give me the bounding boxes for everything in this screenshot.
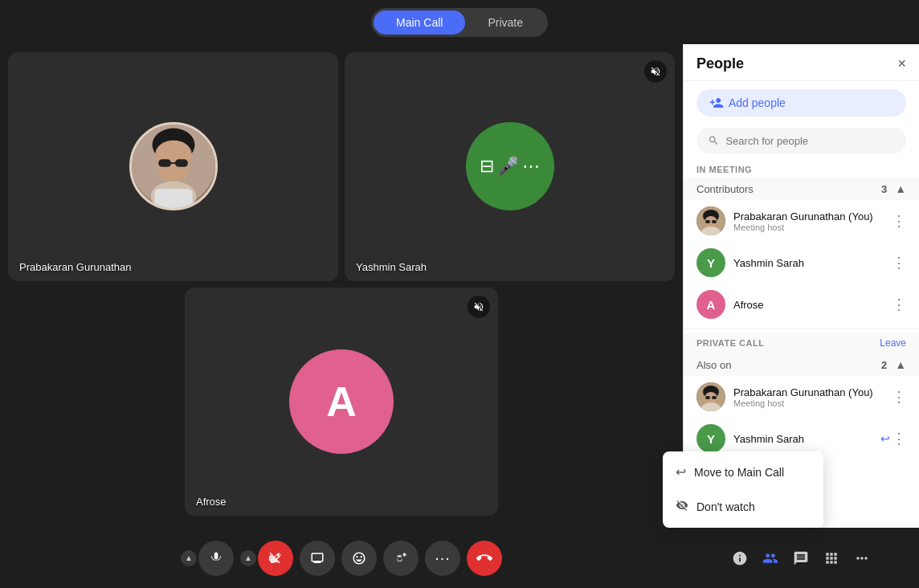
emoji-button[interactable] <box>341 541 377 576</box>
svg-rect-4 <box>158 160 171 167</box>
tab-private[interactable]: Private <box>465 10 545 35</box>
in-meeting-label: IN MEETING <box>684 160 919 178</box>
yashmin-mute-icon <box>644 60 667 83</box>
info-icon-btn[interactable] <box>732 550 748 566</box>
also-on-count: 2 <box>881 359 887 371</box>
yashmin-avatar: ⊟ 🎤 ⋯ <box>466 122 554 210</box>
prabu-panel-name: Prabakaran Gurunathan (You) <box>733 210 884 223</box>
context-menu: ↩ Move to Main Call Don't watch <box>663 451 823 528</box>
prabu-private-name: Prabakaran Gurunathan (You) <box>733 386 884 398</box>
svg-rect-18 <box>705 396 710 399</box>
yashmin-private-name: Yashmin Sarah <box>733 433 872 445</box>
private-call-header: PRIVATE CALL Leave <box>684 333 919 353</box>
afrose-panel-name: Afrose <box>733 299 884 311</box>
mic-button[interactable] <box>198 541 234 576</box>
panel-title: People <box>696 55 744 72</box>
more-button[interactable]: ··· <box>425 541 460 576</box>
afrose-avatar: A <box>289 349 394 454</box>
video-tile-afrose: A Afrose <box>185 288 498 517</box>
apps-icon-btn[interactable] <box>823 550 839 566</box>
dont-watch-icon <box>676 499 688 515</box>
yashmin-private-more-button[interactable]: ⋮ <box>892 430 906 447</box>
yashmin-panel-avatar: Y <box>696 248 725 277</box>
leave-button[interactable]: Leave <box>880 337 906 349</box>
yashmin-controls: ⊟ 🎤 ⋯ <box>480 156 540 177</box>
contributors-header: Contributors 3 ▲ <box>684 178 919 200</box>
cam-chevron[interactable]: ▲ <box>240 550 256 566</box>
move-to-main-call-item[interactable]: ↩ Move to Main Call <box>663 455 823 489</box>
person-row-prabu: Prabakaran Gurunathan (You) Meeting host… <box>684 200 919 242</box>
person-row-afrose: A Afrose ⋮ <box>684 284 919 325</box>
video-tile-prabu: Prabakaran Gurunathan <box>8 52 338 281</box>
svg-rect-5 <box>174 160 187 167</box>
yashmin-private-avatar: Y <box>696 424 725 453</box>
dont-watch-label: Don't watch <box>696 500 755 513</box>
private-person-row-prabu: Prabakaran Gurunathan (You) Meeting host… <box>684 376 919 418</box>
tab-bar: Main Call Private <box>371 8 548 37</box>
svg-rect-19 <box>712 396 717 399</box>
also-on-collapse-icon[interactable]: ▲ <box>895 358 906 371</box>
cam-group: ▲ <box>240 541 293 576</box>
cam-button[interactable] <box>258 541 293 576</box>
dont-watch-item[interactable]: Don't watch <box>663 489 823 525</box>
yashmin-private-info: Yashmin Sarah <box>733 433 872 445</box>
people-icon-btn[interactable] <box>762 550 778 566</box>
also-on-count-group: 2 ▲ <box>881 358 906 371</box>
more-options-icon-btn[interactable] <box>854 550 870 566</box>
prabu-name-label: Prabakaran Gurunathan <box>19 261 131 273</box>
end-call-button[interactable] <box>467 541 502 576</box>
bottom-controls: ▲ ▲ ··· <box>0 528 683 588</box>
close-panel-button[interactable]: × <box>897 55 906 72</box>
tab-main-call[interactable]: Main Call <box>374 10 465 35</box>
prabu-panel-role: Meeting host <box>733 223 884 232</box>
afrose-name-label: Afrose <box>196 496 227 508</box>
afrose-more-button[interactable]: ⋮ <box>892 296 906 313</box>
right-bottom-bar <box>683 528 919 588</box>
contributors-count: 3 <box>881 183 887 195</box>
mic-chevron[interactable]: ▲ <box>181 550 197 566</box>
afrose-panel-avatar: A <box>696 290 725 319</box>
prabu-private-role: Meeting host <box>733 398 884 408</box>
svg-rect-8 <box>154 189 192 208</box>
reactions-button[interactable] <box>383 541 419 576</box>
prabu-panel-info: Prabakaran Gurunathan (You) Meeting host <box>733 210 884 232</box>
yashmin-name-label: Yashmin Sarah <box>356 261 427 273</box>
yashmin-panel-info: Yashmin Sarah <box>733 257 884 269</box>
also-on-label: Also on <box>696 359 731 371</box>
contributors-count-group: 3 ▲ <box>881 182 906 195</box>
contributors-collapse-icon[interactable]: ▲ <box>895 182 906 195</box>
screen-share-button[interactable] <box>300 541 335 576</box>
video-grid: Prabakaran Gurunathan ⊟ 🎤 ⋯ Yashmin Sara… <box>0 44 683 524</box>
mic-group: ▲ <box>181 541 234 576</box>
contributors-label: Contributors <box>696 183 754 195</box>
prabu-private-avatar <box>696 382 725 411</box>
prabu-avatar <box>129 122 218 210</box>
prabu-face-svg <box>132 122 215 208</box>
move-to-main-call-label: Move to Main Call <box>694 466 784 479</box>
afrose-mute-icon <box>468 296 490 318</box>
private-call-label: PRIVATE CALL <box>696 338 764 348</box>
prabu-private-more-button[interactable]: ⋮ <box>892 388 906 406</box>
prabu-more-button[interactable]: ⋮ <box>892 212 906 230</box>
search-box <box>696 128 906 153</box>
chat-icon-btn[interactable] <box>793 550 809 566</box>
also-on-header: Also on 2 ▲ <box>684 353 919 376</box>
video-tile-yashmin: ⊟ 🎤 ⋯ Yashmin Sarah <box>345 52 675 281</box>
add-people-label: Add people <box>729 96 786 109</box>
yashmin-panel-name: Yashmin Sarah <box>733 257 884 269</box>
yashmin-move-group: ↩ ⋮ <box>880 430 906 447</box>
move-to-main-icon: ↩ <box>880 432 890 445</box>
person-row-yashmin: Y Yashmin Sarah ⋮ <box>684 242 919 284</box>
afrose-panel-info: Afrose <box>733 299 884 311</box>
svg-rect-13 <box>712 220 717 223</box>
add-people-button[interactable]: Add people <box>696 89 906 116</box>
svg-rect-12 <box>705 220 710 223</box>
move-icon: ↩ <box>676 464 686 480</box>
yashmin-more-button[interactable]: ⋮ <box>892 254 906 272</box>
search-icon <box>708 134 719 147</box>
search-input[interactable] <box>725 135 895 147</box>
section-divider <box>684 329 919 329</box>
prabu-panel-avatar <box>696 206 725 235</box>
prabu-private-info: Prabakaran Gurunathan (You) Meeting host <box>733 386 884 408</box>
panel-header: People × <box>684 44 919 81</box>
